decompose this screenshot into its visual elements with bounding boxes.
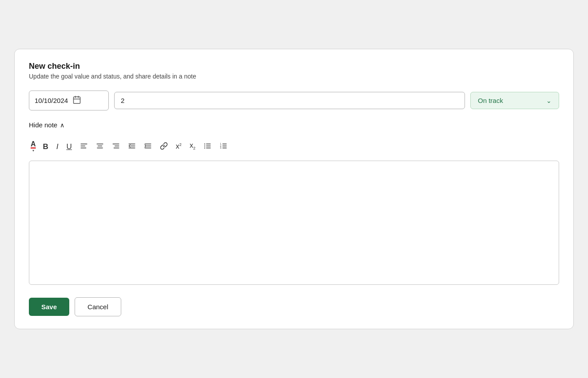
indent-decrease-icon xyxy=(128,142,136,151)
svg-point-23 xyxy=(204,145,205,146)
align-center-icon xyxy=(96,142,104,151)
note-textarea[interactable] xyxy=(29,161,559,285)
font-color-chevron-icon: ▾ xyxy=(32,149,34,153)
underline-icon: U xyxy=(67,143,72,150)
svg-rect-0 xyxy=(74,97,80,103)
svg-text:3.: 3. xyxy=(220,147,222,149)
align-center-button[interactable] xyxy=(93,140,107,153)
calendar-icon xyxy=(72,95,81,106)
chevron-down-icon: ⌄ xyxy=(546,97,552,104)
new-checkin-card: New check-in Update the goal value and s… xyxy=(14,49,574,329)
cancel-button[interactable]: Cancel xyxy=(75,297,121,316)
bold-button[interactable]: B xyxy=(40,141,51,152)
svg-point-24 xyxy=(204,147,205,148)
date-field[interactable]: 10/10/2024 xyxy=(29,91,109,110)
italic-icon: I xyxy=(56,143,59,150)
svg-point-22 xyxy=(204,143,205,144)
ordered-list-icon: 1. 2. 3. xyxy=(219,142,227,151)
card-subtitle: Update the goal value and status, and sh… xyxy=(29,73,559,80)
hide-note-label: Hide note xyxy=(29,121,57,129)
card-title: New check-in xyxy=(29,62,559,71)
ordered-list-button[interactable]: 1. 2. 3. xyxy=(217,140,230,153)
link-button[interactable] xyxy=(157,140,171,153)
unordered-list-button[interactable] xyxy=(201,140,214,153)
goal-value-input[interactable] xyxy=(114,92,465,109)
formatting-toolbar: A ▾ B I U xyxy=(29,137,559,156)
align-right-button[interactable] xyxy=(109,140,123,153)
chevron-up-icon: ∧ xyxy=(60,122,64,129)
font-color-button[interactable]: A ▾ xyxy=(29,138,38,154)
indent-decrease-button[interactable] xyxy=(125,140,139,153)
italic-button[interactable]: I xyxy=(54,141,61,152)
subscript-button[interactable]: x2 xyxy=(187,140,198,152)
font-color-icon: A xyxy=(31,140,36,148)
input-row: 10/10/2024 On track ⌄ xyxy=(29,91,559,110)
date-value: 10/10/2024 xyxy=(35,97,68,104)
align-left-button[interactable] xyxy=(77,140,91,153)
status-label: On track xyxy=(478,97,503,104)
status-dropdown[interactable]: On track ⌄ xyxy=(470,92,559,109)
hide-note-toggle[interactable]: Hide note ∧ xyxy=(29,121,559,129)
action-row: Save Cancel xyxy=(29,297,559,316)
underline-button[interactable]: U xyxy=(64,141,75,152)
subscript-icon: x2 xyxy=(190,142,195,150)
align-right-icon xyxy=(112,142,120,151)
link-icon xyxy=(160,142,168,151)
save-button[interactable]: Save xyxy=(29,298,69,316)
align-left-icon xyxy=(80,142,88,151)
bold-icon: B xyxy=(43,143,48,150)
unordered-list-icon xyxy=(203,142,211,151)
indent-increase-icon xyxy=(144,142,152,151)
indent-increase-button[interactable] xyxy=(141,140,155,153)
superscript-button[interactable]: x2 xyxy=(173,141,184,152)
superscript-icon: x2 xyxy=(176,143,182,150)
